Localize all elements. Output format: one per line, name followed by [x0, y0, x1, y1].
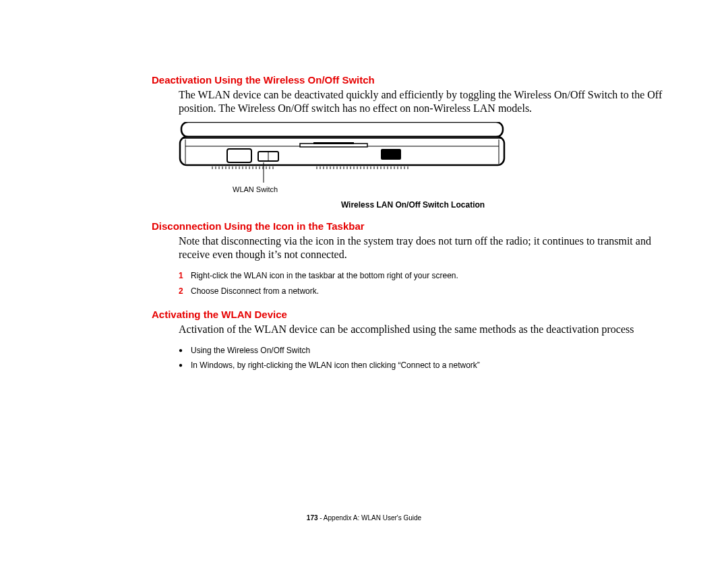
steps-list: 1 Right-click the WLAN icon in the taskb…: [179, 268, 674, 299]
page-footer: 173 - Appendix A: WLAN User's Guide: [0, 514, 728, 522]
body-disconnection: Note that disconnecting via the icon in …: [179, 235, 674, 261]
heading-activating: Activating the WLAN Device: [152, 309, 674, 320]
bullet-icon: ●: [179, 358, 191, 373]
step-text: Choose Disconnect from a network.: [191, 284, 319, 299]
bullet-row: ● Using the Wireless On/Off Switch: [179, 343, 674, 358]
bullet-text: In Windows, by right-clicking the WLAN i…: [191, 358, 480, 373]
svg-rect-11: [381, 149, 401, 160]
step-number: 1: [179, 268, 191, 284]
figure-caption: Wireless LAN On/Off Switch Location: [152, 200, 674, 210]
body-activating: Activation of the WLAN device can be acc…: [179, 323, 674, 336]
step-number: 2: [179, 284, 191, 299]
heading-deactivation: Deactivation Using the Wireless On/Off S…: [152, 74, 674, 86]
laptop-side-illustration: [179, 122, 506, 184]
bullet-text: Using the Wireless On/Off Switch: [191, 343, 310, 358]
figure-wlan-switch: WLAN Switch: [179, 122, 674, 193]
page-number: 173: [307, 514, 318, 522]
footer-title: Appendix A: WLAN User's Guide: [324, 514, 421, 522]
heading-disconnection: Disconnection Using the Icon in the Task…: [152, 220, 674, 232]
bullet-list: ● Using the Wireless On/Off Switch ● In …: [179, 343, 674, 374]
step-text: Right-click the WLAN icon in the taskbar…: [191, 268, 458, 284]
callout-wlan-switch: WLAN Switch: [233, 185, 674, 193]
svg-rect-0: [181, 122, 503, 137]
svg-rect-10: [313, 142, 354, 144]
step-row: 1 Right-click the WLAN icon in the taskb…: [179, 268, 674, 284]
step-row: 2 Choose Disconnect from a network.: [179, 284, 674, 299]
bullet-row: ● In Windows, by right-clicking the WLAN…: [179, 358, 674, 373]
body-deactivation: The WLAN device can be deactivated quick…: [179, 88, 674, 115]
svg-rect-6: [227, 149, 251, 162]
bullet-icon: ●: [179, 343, 191, 358]
footer-sep: -: [318, 514, 324, 522]
